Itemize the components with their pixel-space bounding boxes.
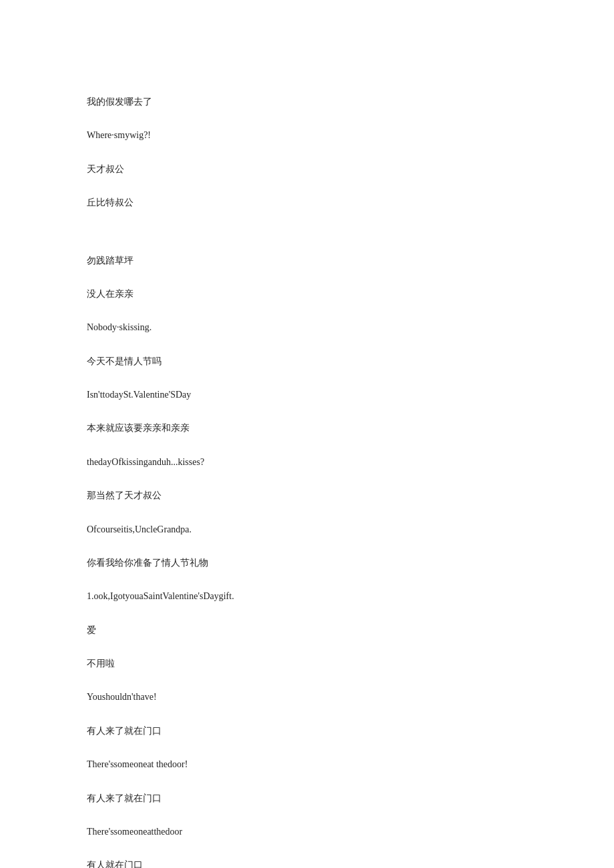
spacer-5: [87, 240, 527, 252]
chinese-line: 爱: [87, 622, 527, 638]
chinese-line: 不用啦: [87, 655, 527, 672]
english-line: Ofcourseitis,UncleGrandpa.: [87, 521, 527, 538]
spacer-4: [87, 228, 527, 240]
english-line: Where·smywig?!: [87, 127, 527, 143]
chinese-line: 今天不是情人节吗: [87, 353, 527, 370]
content-area: 我的假发哪去了Where·smywig?!天才叔公丘比特叔公勿践踏草坪没人在亲亲…: [87, 93, 527, 868]
chinese-line: 丘比特叔公: [87, 194, 527, 211]
english-line: thedayOfkissinganduh...kisses?: [87, 454, 527, 470]
chinese-line: 有人来了就在门口: [87, 790, 527, 807]
chinese-line: 你看我给你准备了情人节礼物: [87, 554, 527, 571]
english-line: There'ssomeoneatthedoor: [87, 823, 527, 840]
chinese-line: 有人来了就在门口: [87, 723, 527, 739]
chinese-line: 天才叔公: [87, 161, 527, 177]
chinese-line: 有人就在门口: [87, 857, 527, 868]
english-line: 1.ook,IgotyouaSaintValentine'sDaygift.: [87, 588, 527, 604]
english-line: There'ssomeoneat thedoor!: [87, 756, 527, 773]
chinese-line: 没人在亲亲: [87, 286, 527, 302]
chinese-line: 那当然了天才叔公: [87, 487, 527, 504]
english-line: Isn'ttodaySt.Valentine'SDay: [87, 386, 527, 403]
chinese-line: 本来就应该要亲亲和亲亲: [87, 420, 527, 436]
chinese-line: 我的假发哪去了: [87, 93, 527, 110]
english-line: Nobody·skissing.: [87, 319, 527, 336]
english-line: Youshouldn'thave!: [87, 689, 527, 705]
chinese-line: 勿践踏草坪: [87, 252, 527, 269]
